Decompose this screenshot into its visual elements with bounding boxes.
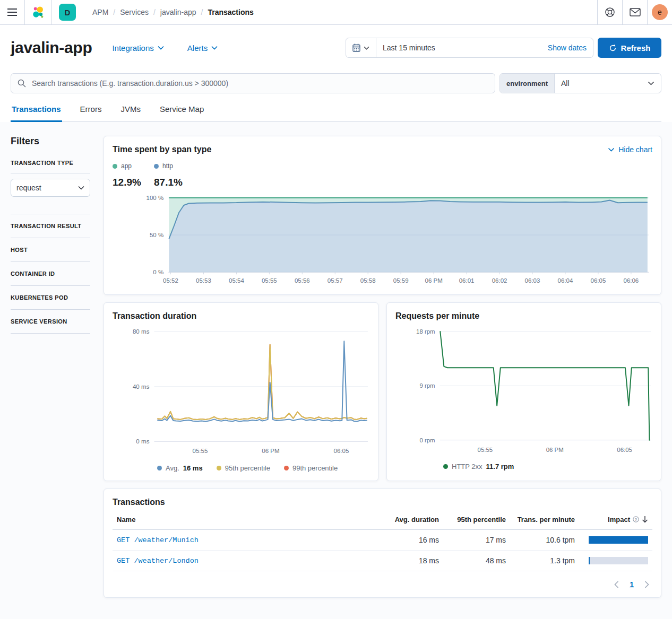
top-navigation: D APM / Services / javalin-app / Transac… bbox=[0, 0, 672, 25]
legend-item-avg[interactable]: Avg. 16 ms bbox=[157, 464, 203, 472]
cell-impact bbox=[575, 536, 648, 544]
chevron-down-icon bbox=[608, 147, 615, 152]
time-spent-by-span-type-panel: Time spent by span type Hide chart app h… bbox=[104, 136, 661, 295]
previous-page-icon[interactable] bbox=[614, 581, 619, 588]
table-row[interactable]: GET /weather/Munich 16 ms 17 ms 10.6 tpm bbox=[113, 530, 652, 551]
svg-text:06:03: 06:03 bbox=[525, 277, 540, 284]
svg-text:100 %: 100 % bbox=[147, 195, 164, 201]
user-menu[interactable]: e bbox=[647, 0, 672, 24]
transactions-table-panel: Transactions Name Avg. duration 95th per… bbox=[104, 489, 661, 598]
svg-text:05:55: 05:55 bbox=[262, 277, 277, 284]
legend-item-http2xx[interactable]: HTTP 2xx 11.7 rpm bbox=[443, 463, 514, 470]
question-circle-icon[interactable]: ? bbox=[633, 516, 639, 522]
chevron-down-icon bbox=[364, 46, 369, 50]
legend-item-http[interactable]: http bbox=[154, 162, 195, 170]
app-percent-value: 12.9% bbox=[113, 177, 154, 188]
refresh-button[interactable]: Refresh bbox=[598, 38, 661, 58]
integrations-menu-button[interactable]: Integrations bbox=[112, 43, 163, 53]
space-badge[interactable]: D bbox=[59, 4, 76, 21]
legend-label-app: app bbox=[121, 162, 132, 170]
svg-text:05:52: 05:52 bbox=[163, 277, 178, 284]
page-number[interactable]: 1 bbox=[630, 580, 634, 589]
table-row[interactable]: GET /weather/London 18 ms 48 ms 1.3 tpm bbox=[113, 551, 652, 571]
transaction-link[interactable]: GET /weather/London bbox=[117, 557, 199, 565]
transaction-duration-panel: Transaction duration 0 ms40 ms80 ms05:55… bbox=[104, 302, 378, 481]
space-switcher[interactable]: D bbox=[52, 0, 83, 24]
time-range-value[interactable]: Last 15 minutes bbox=[376, 43, 548, 52]
help-button[interactable] bbox=[597, 0, 622, 24]
refresh-icon bbox=[609, 44, 617, 52]
breadcrumb-separator: / bbox=[153, 8, 156, 16]
breadcrumb-service-name[interactable]: javalin-app bbox=[160, 8, 196, 16]
search-box bbox=[11, 73, 495, 93]
svg-text:05:53: 05:53 bbox=[196, 277, 211, 284]
elastic-logo[interactable] bbox=[25, 0, 52, 24]
environment-select[interactable]: All bbox=[555, 74, 661, 93]
pagination: 1 bbox=[113, 580, 652, 589]
chevron-down-icon bbox=[78, 186, 84, 190]
span-type-chart[interactable]: 0 %50 %100 %05:5205:5305:5405:5505:5605:… bbox=[113, 194, 652, 286]
filter-transaction-result[interactable]: TRANSACTION RESULT bbox=[11, 223, 90, 229]
calendar-icon bbox=[352, 43, 360, 52]
impact-bar bbox=[589, 536, 648, 544]
newsfeed-button[interactable] bbox=[622, 0, 647, 24]
column-name[interactable]: Name bbox=[117, 516, 376, 524]
transaction-duration-chart[interactable]: 0 ms40 ms80 ms05:5506 PM06:05 bbox=[113, 325, 369, 458]
filters-sidebar: Filters TRANSACTION TYPE request TRANSAC… bbox=[11, 136, 90, 334]
page-header: javalin-app Integrations Alerts Last 1 bbox=[0, 25, 672, 122]
quick-select-date-button[interactable] bbox=[346, 38, 376, 57]
svg-text:05:55: 05:55 bbox=[192, 448, 208, 455]
breadcrumb: APM / Services / javalin-app / Transacti… bbox=[83, 0, 597, 24]
alerts-label: Alerts bbox=[187, 43, 208, 53]
column-trans-per-minute[interactable]: Trans. per minute bbox=[506, 516, 575, 524]
user-avatar[interactable]: e bbox=[652, 4, 668, 20]
hide-chart-button[interactable]: Hide chart bbox=[608, 145, 652, 154]
requests-per-minute-chart[interactable]: 0 rpm9 rpm18 rpm05:5506 PM06:05 bbox=[395, 325, 652, 456]
filter-service-version[interactable]: SERVICE VERSION bbox=[11, 318, 90, 325]
alerts-menu-button[interactable]: Alerts bbox=[187, 43, 218, 53]
legend-item-99th[interactable]: 99th percentile bbox=[284, 464, 338, 472]
svg-text:05:56: 05:56 bbox=[295, 277, 310, 284]
tab-service-map[interactable]: Service Map bbox=[159, 104, 205, 122]
svg-text:06:02: 06:02 bbox=[492, 277, 507, 284]
legend-dot-http2xx bbox=[443, 464, 448, 469]
tab-errors[interactable]: Errors bbox=[79, 104, 103, 122]
svg-text:06:05: 06:05 bbox=[333, 448, 349, 455]
page-title: javalin-app bbox=[11, 39, 92, 57]
transaction-link[interactable]: GET /weather/Munich bbox=[117, 536, 199, 544]
legend-item-app[interactable]: app bbox=[113, 162, 154, 170]
column-95th-percentile[interactable]: 95th percentile bbox=[439, 516, 506, 524]
svg-text:05:57: 05:57 bbox=[328, 277, 343, 284]
tab-jvms[interactable]: JVMs bbox=[119, 104, 142, 122]
sort-descending-icon bbox=[642, 516, 648, 523]
search-input[interactable] bbox=[31, 79, 488, 88]
http-percent-value: 87.1% bbox=[154, 177, 195, 188]
menu-hamburger-button[interactable] bbox=[0, 0, 25, 24]
filter-host[interactable]: HOST bbox=[11, 247, 90, 253]
legend-item-95th[interactable]: 95th percentile bbox=[217, 464, 270, 472]
cell-impact bbox=[575, 557, 648, 564]
chevron-down-icon bbox=[211, 46, 218, 50]
column-avg-duration[interactable]: Avg. duration bbox=[376, 516, 439, 524]
svg-text:50 %: 50 % bbox=[150, 232, 163, 238]
svg-text:06 PM: 06 PM bbox=[546, 447, 564, 453]
filter-container-id[interactable]: CONTAINER ID bbox=[11, 271, 90, 277]
breadcrumb-services[interactable]: Services bbox=[120, 8, 149, 16]
breadcrumb-apm[interactable]: APM bbox=[92, 8, 108, 16]
column-impact[interactable]: Impact ? bbox=[575, 516, 648, 524]
span-chart-values: 12.9% 87.1% bbox=[113, 177, 652, 188]
next-page-icon[interactable] bbox=[644, 581, 649, 588]
transaction-type-value: request bbox=[16, 184, 41, 192]
show-dates-button[interactable]: Show dates bbox=[548, 43, 593, 52]
legend-dot-95th bbox=[217, 466, 221, 470]
transaction-type-select[interactable]: request bbox=[11, 179, 90, 197]
tab-transactions[interactable]: Transactions bbox=[11, 104, 62, 122]
duration-chart-title: Transaction duration bbox=[113, 311, 369, 321]
svg-text:9 rpm: 9 rpm bbox=[419, 382, 435, 389]
filter-kubernetes-pod[interactable]: KUBERNETES POD bbox=[11, 294, 90, 301]
breadcrumb-transactions: Transactions bbox=[208, 8, 253, 16]
chevron-down-icon bbox=[158, 46, 164, 50]
date-picker: Last 15 minutes Show dates bbox=[346, 38, 593, 58]
legend-dot-http bbox=[154, 164, 159, 169]
legend-dot-app bbox=[113, 164, 117, 169]
